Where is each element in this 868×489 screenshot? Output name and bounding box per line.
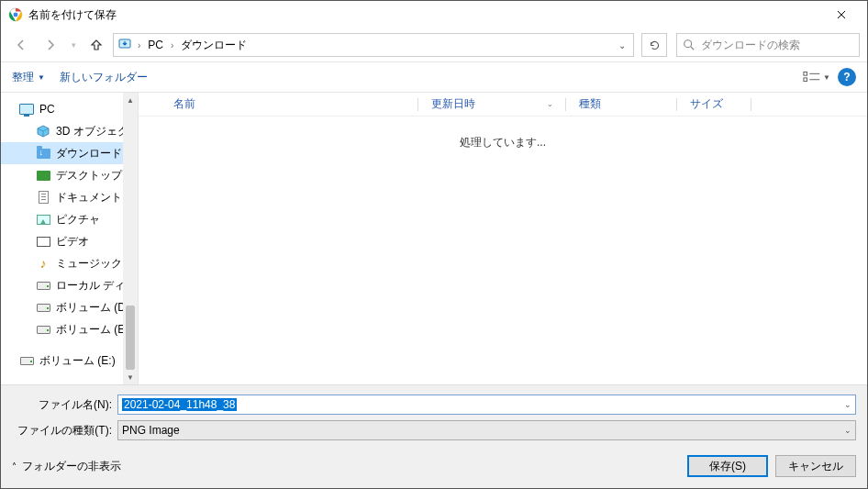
col-date[interactable]: 更新日時 xyxy=(418,93,547,116)
back-button[interactable] xyxy=(8,32,34,58)
videos-icon xyxy=(36,234,50,249)
main-area: PC 3D オブジェクト ダウンロード デスクトップ ドキュメント ピクチャ xyxy=(1,93,867,384)
address-bar[interactable]: › PC › ダウンロード ⌄ xyxy=(113,33,634,57)
scroll-down-icon[interactable]: ▼ xyxy=(123,370,138,384)
window-title: 名前を付けて保存 xyxy=(28,7,117,23)
tree-item-label: デスクトップ xyxy=(56,168,122,183)
app-icon xyxy=(8,7,23,22)
breadcrumb-current[interactable]: ダウンロード xyxy=(179,38,249,53)
tree-item-label: ダウンロード xyxy=(56,146,122,161)
tree-item-label: ボリューム (D:) xyxy=(56,300,132,316)
chevron-down-icon[interactable]: ⌄ xyxy=(844,426,851,435)
tree-pictures[interactable]: ピクチャ xyxy=(1,208,138,230)
pictures-icon xyxy=(36,212,50,227)
drive-icon xyxy=(36,278,50,293)
breadcrumb-sep-icon: › xyxy=(136,40,142,50)
svg-rect-5 xyxy=(804,78,807,82)
column-headers: 名前 更新日時 ⌄ 種類 サイズ xyxy=(139,93,867,117)
status-text: 処理しています... xyxy=(460,135,546,384)
tree-item-label: ミュージック xyxy=(56,256,122,272)
list-status: 処理しています... xyxy=(139,117,867,384)
svg-point-3 xyxy=(684,40,692,48)
tree-volume-d[interactable]: ボリューム (D:) xyxy=(1,296,138,318)
address-dropdown-icon[interactable]: ⌄ xyxy=(615,40,629,50)
save-button[interactable]: 保存(S) xyxy=(687,455,768,477)
breadcrumb-root[interactable]: PC xyxy=(146,39,165,51)
tree-desktop[interactable]: デスクトップ xyxy=(1,164,138,186)
new-folder-label: 新しいフォルダー xyxy=(60,70,148,85)
search-input[interactable]: ダウンロードの検索 xyxy=(676,33,860,57)
tree-downloads[interactable]: ダウンロード xyxy=(1,142,138,164)
cancel-label: キャンセル xyxy=(788,459,843,474)
up-button[interactable] xyxy=(83,32,109,58)
music-icon: ♪ xyxy=(36,256,50,271)
new-folder-button[interactable]: 新しいフォルダー xyxy=(60,70,148,85)
recent-dropdown[interactable]: ▾ xyxy=(67,32,80,58)
tree-videos[interactable]: ビデオ xyxy=(1,230,138,252)
filetype-label: ファイルの種類(T): xyxy=(12,423,117,439)
view-options-button[interactable]: ▼ xyxy=(803,68,830,86)
nav-tree: PC 3D オブジェクト ダウンロード デスクトップ ドキュメント ピクチャ xyxy=(1,93,139,384)
forward-button[interactable] xyxy=(38,32,63,58)
col-name[interactable]: 名前 xyxy=(161,93,417,116)
tree-music[interactable]: ♪ ミュージック xyxy=(1,252,138,274)
cancel-button[interactable]: キャンセル xyxy=(775,455,856,477)
breadcrumb-sep-icon: › xyxy=(169,40,175,50)
chevron-down-icon: ▼ xyxy=(38,73,45,82)
tree-documents[interactable]: ドキュメント xyxy=(1,186,138,208)
hide-folders-button[interactable]: ˄ フォルダーの非表示 xyxy=(12,459,121,474)
scroll-up-icon[interactable]: ▲ xyxy=(123,93,138,107)
tree-item-label: ドキュメント xyxy=(56,190,122,206)
nav-row: ▾ › PC › ダウンロード ⌄ ダウンロードの検索 xyxy=(1,28,867,61)
toolbar: 整理 ▼ 新しいフォルダー ▼ ? xyxy=(1,61,867,93)
svg-point-1 xyxy=(13,12,18,17)
filetype-select[interactable]: PNG Image ⌄ xyxy=(117,420,856,440)
save-label: 保存(S) xyxy=(709,459,746,474)
drive-icon xyxy=(36,322,50,337)
desktop-icon xyxy=(36,168,50,183)
col-kind[interactable]: 種類 xyxy=(566,93,676,116)
downloads-icon xyxy=(36,146,50,161)
search-placeholder: ダウンロードの検索 xyxy=(701,38,800,53)
tree-item-label: ピクチャ xyxy=(56,212,100,228)
filename-label: ファイル名(N): xyxy=(12,397,117,413)
hide-folders-label: フォルダーの非表示 xyxy=(22,459,121,474)
cube-icon xyxy=(36,124,50,139)
organize-button[interactable]: 整理 ▼ xyxy=(12,70,45,85)
refresh-button[interactable] xyxy=(641,33,667,57)
document-icon xyxy=(36,190,50,205)
pc-icon xyxy=(19,102,34,117)
dialog-footer: ˄ フォルダーの非表示 保存(S) キャンセル xyxy=(1,446,867,488)
help-button[interactable]: ? xyxy=(838,68,856,86)
svg-rect-4 xyxy=(804,72,807,76)
chevron-down-icon: ▼ xyxy=(823,73,830,82)
scroll-thumb[interactable] xyxy=(126,306,135,370)
organize-label: 整理 xyxy=(12,70,34,85)
file-list-pane: 名前 更新日時 ⌄ 種類 サイズ 処理しています... xyxy=(139,93,867,384)
tree-scrollbar[interactable]: ▲ ▼ xyxy=(123,93,138,384)
tree-3d-objects[interactable]: 3D オブジェクト xyxy=(1,120,138,142)
save-form: ファイル名(N): 2021-02-04_11h48_38 ⌄ ファイルの種類(… xyxy=(1,384,867,446)
title-bar: 名前を付けて保存 xyxy=(1,1,867,28)
col-size[interactable]: サイズ xyxy=(677,93,751,116)
chevron-up-icon: ˄ xyxy=(12,461,17,472)
sort-indicator-icon[interactable]: ⌄ xyxy=(547,93,565,116)
tree-item-label: ボリューム (E:) xyxy=(56,322,132,338)
close-button[interactable] xyxy=(823,1,860,28)
tree-volume-e[interactable]: ボリューム (E:) xyxy=(1,318,138,340)
filetype-value: PNG Image xyxy=(122,424,180,437)
filename-input[interactable]: 2021-02-04_11h48_38 ⌄ xyxy=(117,395,856,415)
tree-item-label: ビデオ xyxy=(56,234,89,250)
drive-icon xyxy=(36,300,50,315)
chevron-down-icon[interactable]: ⌄ xyxy=(844,400,851,409)
tree-local-disk-c[interactable]: ローカル ディスク (C xyxy=(1,274,138,296)
search-icon xyxy=(683,39,696,51)
tree-volume-e-root[interactable]: ボリューム (E:) xyxy=(1,350,138,372)
tree-item-label: ボリューム (E:) xyxy=(39,353,116,369)
tree-pc[interactable]: PC xyxy=(1,98,138,120)
filename-value: 2021-02-04_11h48_38 xyxy=(122,398,237,411)
tree-pc-label: PC xyxy=(39,103,55,116)
drive-icon xyxy=(19,353,34,368)
download-location-icon xyxy=(117,38,132,52)
